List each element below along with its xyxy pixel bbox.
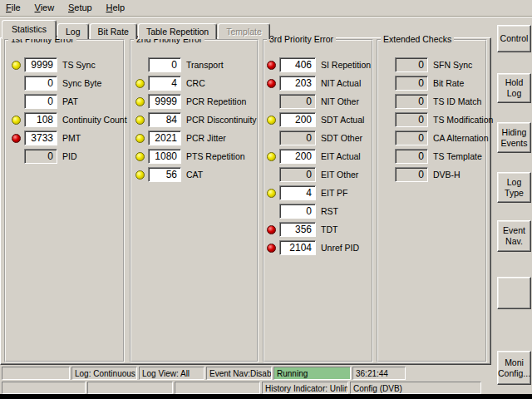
error-count-field: 200 [279,149,316,164]
led-slot [264,170,278,180]
error-counter-row: 0 DVB-H [378,165,485,184]
log-type-button[interactable]: Log Type [497,172,531,203]
error-count-field: 200 [279,112,316,127]
error-counter-label: EIT Other [321,170,358,180]
led-slot [133,152,146,161]
error-counter-label: PCR Discontinuity [186,115,257,125]
led-slot [133,116,146,125]
led-slot [380,170,393,180]
led-slot [380,134,393,143]
group-rows: 0 SFN Sync 0 Bit Rate 0 TS ID Match 0 TS… [378,56,485,184]
error-counter-row: 200 SDT Actual [264,111,372,129]
led-slot [264,152,278,161]
menu-divider [0,16,532,17]
hold-log-button[interactable]: Hold Log [497,73,531,103]
hiding-events-button[interactable]: Hiding Events [497,122,531,153]
error-counter-row: 0 SFN Sync [378,56,485,74]
status-led-icon [135,79,145,88]
event-nav-button[interactable]: Event Nav. [497,220,531,252]
status-led-icon [267,152,276,161]
error-counter-row: 4 CRC [131,74,257,92]
status-history-indicator: History Indicator: Unlimited [262,382,348,394]
error-count-field: 84 [148,112,181,127]
error-counter-label: SFN Sync [433,60,472,70]
group-1st-priority-error: 1st Priority Error 9999 TS Sync 0 Sync B… [4,39,125,362]
error-counter-row: 0 EIT Other [264,165,372,184]
status-elapsed-time: 36:21:44 [352,367,406,380]
led-slot [380,61,393,70]
screen-bottom-strip [0,394,532,399]
error-counter-row: 84 PCR Discontinuity [131,111,257,129]
menu-view[interactable]: View [29,0,61,16]
error-counter-row: 0 Bit Rate [378,74,485,92]
error-counter-label: SDT Actual [321,115,364,125]
led-slot [9,134,22,143]
status-log-mode: Log: Continuous [71,367,137,380]
error-counter-row: 0 RST [264,202,372,220]
led-slot [9,152,22,161]
led-slot [264,244,278,253]
led-slot [133,134,146,143]
error-counter-label: DVB-H [433,170,461,180]
control-button[interactable]: Control [497,25,531,52]
group-rows: 9999 TS Sync 0 Sync Byte 0 PAT 108 Conti… [6,56,123,165]
error-counter-row: 4 EIT PF [264,184,372,202]
led-slot [264,189,278,198]
error-count-field: 0 [24,76,57,91]
error-counter-row: 0 Transport [131,56,257,74]
error-counter-label: PAT [62,96,78,106]
tab-bit-rate[interactable]: Bit Rate [90,23,137,39]
error-count-field: 0 [395,112,428,127]
blank-function-button[interactable] [497,277,531,309]
led-slot [9,116,22,125]
error-count-field: 1080 [148,149,181,164]
led-slot [380,152,393,161]
menu-help[interactable]: Help [101,0,131,16]
led-slot [264,207,278,216]
error-count-field: 108 [24,112,57,127]
led-slot [264,97,278,106]
moni-config-button[interactable]: Moni Config... [497,351,531,385]
tab-statistics[interactable]: Statistics [2,20,57,39]
error-counter-row: 0 TS Template [378,147,485,165]
group-title: 3rd Priority Error [267,34,336,44]
error-count-field: 9999 [24,57,57,72]
status-blank-panel [87,382,173,394]
tab-bar: Statistics Log Bit Rate Table Repetition… [2,20,271,39]
error-counter-label: Continuity Count [62,115,127,125]
error-count-field: 4 [148,76,181,91]
error-count-field: 0 [24,149,57,164]
led-slot [264,225,278,234]
error-counter-row: 0 Sync Byte [6,74,123,92]
error-count-field: 0 [395,167,428,182]
error-counter-row: 0 SDT Other [264,129,372,147]
status-led-icon [12,116,21,125]
error-count-field: 0 [279,204,316,219]
error-counter-row: 406 SI Repetition [264,56,372,74]
tab-log[interactable]: Log [57,23,89,39]
error-count-field: 0 [395,57,428,72]
error-counter-label: TDT [321,224,337,234]
status-led-icon [135,152,145,161]
error-count-field: 406 [279,57,316,72]
status-blank-panel [175,382,260,394]
led-slot [133,170,146,180]
tab-table-repetition[interactable]: Table Repetition [138,23,217,39]
menu-setup[interactable]: Setup [62,0,98,16]
error-counter-row: 2021 PCR Jitter [131,129,257,147]
error-count-field: 0 [24,94,57,109]
error-counter-row: 0 PID [6,147,123,165]
error-counter-label: PCR Jitter [186,133,226,143]
status-blank-panel [2,382,86,394]
menu-file[interactable]: File [0,0,27,16]
status-led-icon [267,79,276,88]
error-counter-label: TS Template [433,151,482,161]
error-counter-row: 9999 PCR Repetition [131,92,257,111]
error-counter-label: TS Sync [62,60,96,70]
error-counter-label: EIT PF [321,188,347,198]
error-counter-row: 0 PAT [6,92,123,111]
led-slot [264,79,278,88]
error-counter-label: PTS Repetition [186,151,245,161]
error-counter-label: TS ID Match [433,96,481,106]
status-led-icon [267,244,276,253]
